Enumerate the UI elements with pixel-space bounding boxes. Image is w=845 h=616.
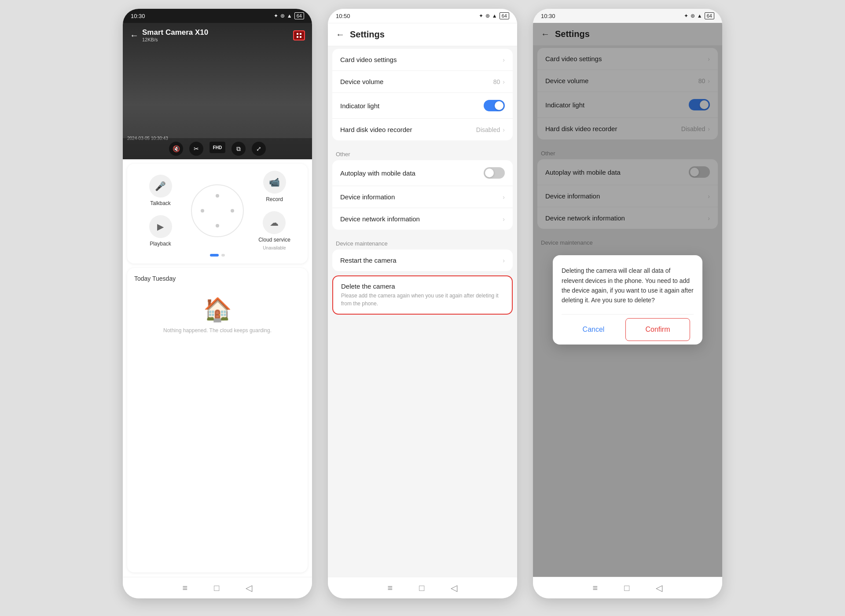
- status-icons-2: ✦ ⊛ ▲ 64: [479, 12, 509, 19]
- battery-icon-3: 64: [705, 12, 714, 19]
- dialog-text: Deleting the camera will clear all data …: [562, 266, 694, 305]
- status-icons-3: ✦ ⊛ ▲ 64: [684, 12, 714, 19]
- camera-view[interactable]: ← Smart Camera X10 12KB/s 2024-03-05 10:…: [123, 23, 312, 159]
- record-item[interactable]: 📹 Record: [263, 171, 286, 202]
- cloud-icon: ☁: [263, 211, 286, 234]
- device-volume-chevron: ›: [503, 78, 505, 85]
- talkback-item[interactable]: 🎤 Talkback: [149, 175, 172, 206]
- nav-menu-btn-2[interactable]: ≡: [388, 583, 393, 593]
- cancel-button[interactable]: Cancel: [562, 315, 625, 345]
- settings-screen-2: Card video settings › Device volume 80 ›…: [328, 46, 517, 577]
- camera-header: ← Smart Camera X10 12KB/s: [123, 23, 312, 48]
- status-bar-1: 10:30 ✦ ⊛ ▲ 64: [123, 9, 312, 23]
- nav-back-btn-2[interactable]: ◁: [451, 583, 457, 593]
- nav-back-btn[interactable]: ◁: [246, 583, 252, 593]
- device-volume-item[interactable]: Device volume 80 ›: [332, 71, 513, 93]
- nav-home-btn-3[interactable]: □: [624, 583, 629, 593]
- bluetooth-icon: ✦: [274, 13, 278, 19]
- today-section: Today Tuesday 🏠 Nothing happened. The cl…: [127, 268, 308, 572]
- nav-home-btn-2[interactable]: □: [419, 583, 424, 593]
- mute-btn[interactable]: 🔇: [169, 142, 183, 156]
- camera-title: Smart Camera X10: [142, 28, 208, 37]
- joystick-dot-right: [231, 209, 234, 213]
- left-actions: 🎤 Talkback ▶ Playback: [134, 175, 187, 247]
- settings-header-2: ← Settings: [328, 23, 517, 46]
- signal-icon-2: ▲: [492, 13, 497, 19]
- status-time-3: 10:30: [541, 13, 555, 19]
- settings-back-btn-2[interactable]: ←: [336, 29, 345, 40]
- wifi-icon: ⊛: [280, 13, 285, 19]
- nav-bar-2: ≡ □ ◁: [328, 577, 517, 598]
- delete-camera-title: Delete the camera: [341, 282, 504, 290]
- indicator-light-item[interactable]: Indicator light: [332, 93, 513, 119]
- device-info-label: Device information: [340, 193, 395, 201]
- nav-menu-btn[interactable]: ≡: [183, 583, 188, 593]
- camera-menu-btn[interactable]: [293, 30, 305, 40]
- device-network-item[interactable]: Device network information ›: [332, 208, 513, 230]
- settings-card-other-2: Autoplay with mobile data Device informa…: [332, 160, 513, 230]
- camera-subtitle: 12KB/s: [142, 37, 208, 42]
- nav-menu-btn-3[interactable]: ≡: [593, 583, 598, 593]
- pip-btn[interactable]: ⧉: [231, 142, 246, 156]
- back-icon: ←: [130, 30, 139, 40]
- device-volume-value: 80: [493, 78, 500, 85]
- camera-back-btn[interactable]: ← Smart Camera X10 12KB/s: [130, 28, 208, 42]
- settings-title-2: Settings: [350, 29, 385, 40]
- delete-camera-item[interactable]: Delete the camera Please add the camera …: [333, 276, 512, 314]
- wifi-icon-2: ⊛: [485, 13, 490, 19]
- confirm-button[interactable]: Confirm: [625, 318, 690, 341]
- bluetooth-icon-3: ✦: [684, 13, 688, 19]
- fullscreen-btn[interactable]: ⤢: [252, 142, 266, 156]
- dialog-overlay: Deleting the camera will clear all data …: [533, 23, 722, 577]
- battery-icon-1: 64: [294, 12, 304, 19]
- playback-item[interactable]: ▶ Playback: [149, 215, 172, 247]
- record-label: Record: [266, 196, 283, 202]
- delete-camera-card[interactable]: Delete the camera Please add the camera …: [332, 275, 513, 315]
- cloud-label: Cloud service: [258, 237, 290, 243]
- settings-card-main-2: Card video settings › Device volume 80 ›…: [332, 49, 513, 140]
- nav-home-btn[interactable]: □: [214, 583, 219, 593]
- scissors-btn[interactable]: ✂: [189, 142, 203, 156]
- autoplay-toggle[interactable]: [484, 167, 505, 179]
- nav-bar-1: ≡ □ ◁: [123, 577, 312, 598]
- today-empty: 🏠 Nothing happened. The cloud keeps guar…: [134, 287, 301, 342]
- joystick[interactable]: [191, 184, 244, 237]
- restart-camera-item[interactable]: Restart the camera ›: [332, 249, 513, 271]
- talkback-icon: 🎤: [149, 175, 172, 198]
- today-title: Today Tuesday: [134, 275, 301, 282]
- status-bar-2: 10:50 ✦ ⊛ ▲ 64: [328, 9, 517, 23]
- hard-disk-chevron: ›: [503, 126, 505, 133]
- card-video-settings-item[interactable]: Card video settings ›: [332, 49, 513, 71]
- indicator-light-label: Indicator light: [340, 102, 379, 110]
- cloud-item[interactable]: ☁ Cloud service Unavailable: [258, 211, 290, 250]
- quality-btn[interactable]: FHD: [209, 142, 225, 153]
- phone-2: 10:50 ✦ ⊛ ▲ 64 ← Settings Card video set…: [328, 9, 517, 598]
- confirm-dialog: Deleting the camera will clear all data …: [553, 255, 702, 345]
- joystick-dot-bottom: [216, 224, 219, 227]
- cloud-sub-label: Unavailable: [263, 246, 286, 250]
- restart-chevron: ›: [503, 257, 505, 264]
- signal-icon-3: ▲: [697, 13, 702, 19]
- joystick-dot-left: [201, 209, 204, 213]
- phone-3: 10:30 ✦ ⊛ ▲ 64 ← Settings Card video set: [533, 9, 722, 598]
- card-video-chevron: ›: [503, 56, 505, 63]
- nav-back-btn-3[interactable]: ◁: [656, 583, 662, 593]
- status-bar-3: 10:30 ✦ ⊛ ▲ 64: [533, 9, 722, 23]
- record-icon: 📹: [263, 171, 286, 194]
- wifi-icon-3: ⊛: [691, 13, 695, 19]
- indicator-light-toggle[interactable]: [484, 100, 505, 111]
- autoplay-item[interactable]: Autoplay with mobile data: [332, 160, 513, 186]
- empty-house-icon: 🏠: [203, 296, 232, 323]
- device-info-chevron: ›: [503, 194, 505, 201]
- signal-icon: ▲: [287, 13, 292, 19]
- quick-actions: 🎤 Talkback ▶ Playback 📹: [127, 164, 308, 264]
- maintenance-label-2: Device maintenance: [328, 234, 517, 249]
- battery-icon-2: 64: [500, 12, 509, 19]
- device-info-item[interactable]: Device information ›: [332, 186, 513, 208]
- restart-camera-label: Restart the camera: [340, 257, 397, 264]
- hard-disk-item[interactable]: Hard disk video recorder Disabled ›: [332, 119, 513, 140]
- nav-bar-3: ≡ □ ◁: [533, 577, 722, 598]
- device-network-chevron: ›: [503, 216, 505, 223]
- card-video-label: Card video settings: [340, 56, 397, 63]
- device-volume-label: Device volume: [340, 78, 383, 85]
